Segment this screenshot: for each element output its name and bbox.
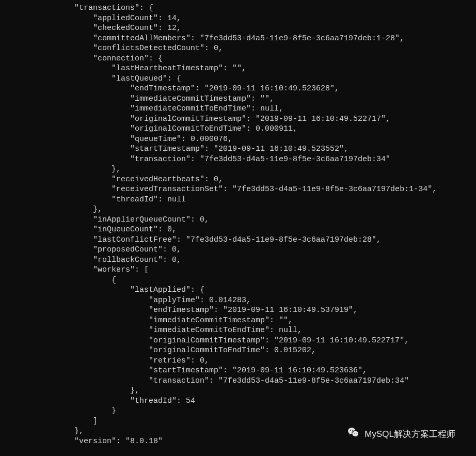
watermark: MySQL解决方案工程师 (347, 426, 455, 443)
json-output[interactable]: "transactions": { "appliedCount": 14, "c… (0, 0, 476, 446)
watermark-label: MySQL解决方案工程师 (364, 429, 455, 440)
wechat-icon (347, 426, 360, 443)
